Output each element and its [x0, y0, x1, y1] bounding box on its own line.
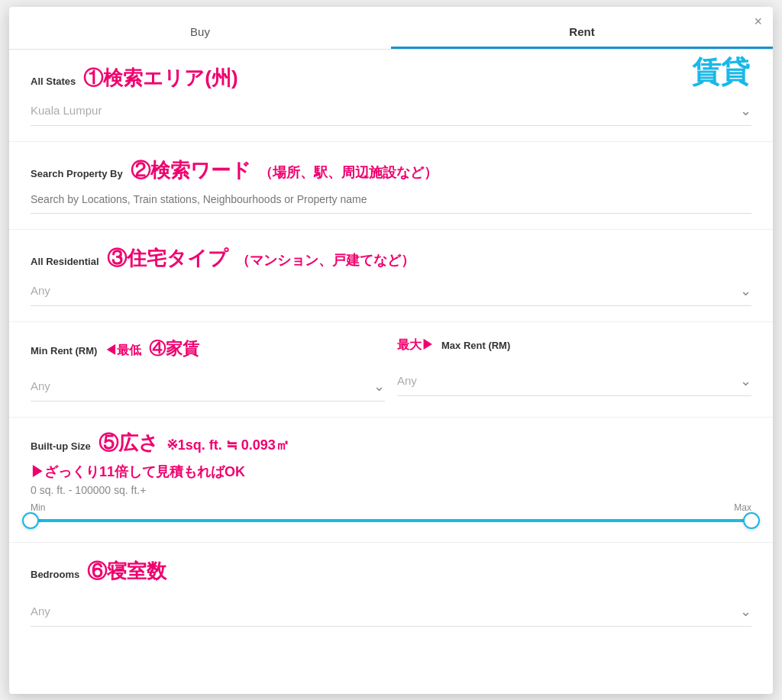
size-range: 0 sq. ft. - 100000 sq. ft.+ [31, 484, 751, 496]
min-rent-label: Min Rent (RM) [31, 345, 97, 356]
states-annotation: ①検索エリア(州) [83, 65, 238, 92]
max-rent-value: Any [397, 374, 417, 387]
rent-section: Min Rent (RM) ◀最低 ④家賃 Any ⌄ 最大▶ Max Rent… [9, 322, 773, 418]
residential-value: Any [31, 284, 50, 297]
search-annotation: ②検索ワード [131, 157, 251, 184]
residential-dropdown[interactable]: Any ⌄ [31, 273, 751, 306]
bedrooms-section: Bedrooms ⑥寝室数 Any ⌄ [9, 543, 773, 634]
size-section: Built-up Size ⑤広さ ※1sq. ft. ≒ 0.093㎡ ▶ざっ… [9, 418, 773, 543]
tab-rent[interactable]: Rent [391, 15, 773, 49]
slider-thumb-min[interactable] [22, 512, 39, 529]
residential-label: All Residential [31, 256, 99, 267]
residential-annotation: ③住宅タイプ [107, 245, 228, 272]
min-rent-col: Min Rent (RM) ◀最低 ④家賃 Any ⌄ [31, 337, 385, 402]
search-label: Search Property By [31, 168, 123, 179]
max-rent-col: 最大▶ Max Rent (RM) Any ⌄ [397, 337, 751, 396]
states-chevron-icon: ⌄ [740, 102, 751, 119]
states-value: Kuala Lumpur [31, 104, 102, 117]
states-dropdown[interactable]: Kuala Lumpur ⌄ [31, 93, 751, 126]
max-rent-label: Max Rent (RM) [441, 340, 510, 351]
bedrooms-annotation: ⑥寝室数 [87, 558, 166, 585]
size-annotation-sub2: ▶ざっくり11倍して見積もればOK [31, 464, 245, 479]
states-section: All States ①検索エリア(州) Kuala Lumpur ⌄ [9, 50, 773, 142]
bedrooms-dropdown[interactable]: Any ⌄ [31, 594, 751, 627]
states-label: All States [31, 76, 76, 87]
max-rent-chevron-icon: ⌄ [740, 373, 751, 389]
size-annotation: ⑤広さ [99, 430, 159, 456]
rent-annotation: ④家賃 [149, 337, 199, 360]
residential-annotation-sub: （マンション、戸建てなど） [236, 251, 415, 269]
bedrooms-value: Any [31, 605, 50, 618]
tab-buy[interactable]: Buy [9, 15, 391, 49]
bedrooms-label: Bedrooms [31, 569, 79, 580]
search-input[interactable] [31, 185, 751, 214]
residential-section: All Residential ③住宅タイプ （マンション、戸建てなど） Any… [9, 230, 773, 322]
modal: × Buy Rent 賃貸 All States ①検索エリア(州) Kuala… [9, 7, 773, 694]
slider-min-label: Min [31, 502, 45, 513]
min-rent-value: Any [31, 379, 50, 392]
slider-thumb-max[interactable] [743, 512, 760, 529]
max-rent-dropdown[interactable]: Any ⌄ [397, 363, 751, 396]
rent-annotation-left: ◀最低 [105, 343, 141, 359]
search-section: Search Property By ②検索ワード （場所、駅、周辺施設など） [9, 142, 773, 230]
size-annotation-sub: ※1sq. ft. ≒ 0.093㎡ [166, 436, 289, 454]
slider-max-label: Max [734, 502, 751, 513]
min-rent-chevron-icon: ⌄ [373, 378, 385, 395]
search-annotation-sub: （場所、駅、周辺施設など） [259, 163, 438, 182]
tab-bar: Buy Rent [9, 7, 773, 50]
slider-fill [31, 519, 751, 522]
rent-annotation-right: 最大▶ [397, 337, 434, 353]
min-rent-dropdown[interactable]: Any ⌄ [31, 369, 385, 402]
slider-track [31, 519, 751, 522]
size-label: Built-up Size [31, 440, 91, 452]
bedrooms-chevron-icon: ⌄ [740, 603, 751, 620]
residential-chevron-icon: ⌄ [740, 282, 751, 299]
rent-badge: 賃貸 [692, 53, 750, 92]
